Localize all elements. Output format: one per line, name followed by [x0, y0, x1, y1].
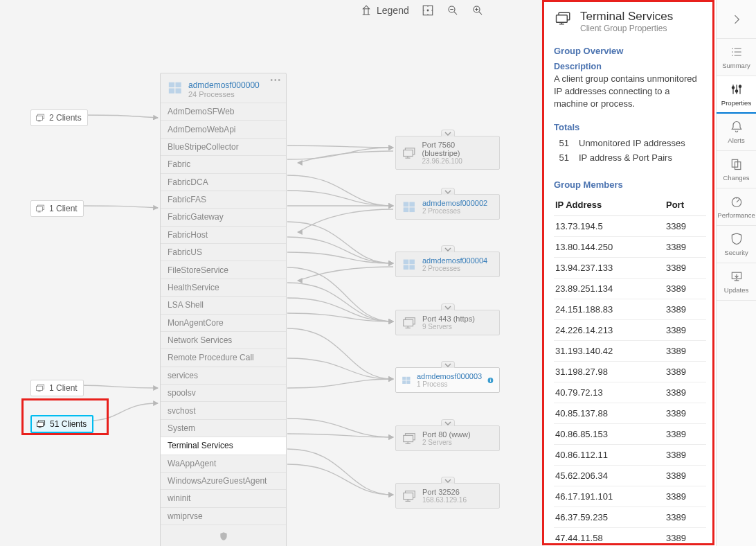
process-row[interactable]: services — [161, 367, 286, 384]
zoom-out-button[interactable] — [447, 4, 459, 17]
svg-rect-33 — [490, 380, 491, 382]
node-menu-icon[interactable]: ••• — [270, 76, 282, 84]
process-row[interactable]: spoolsv — [161, 384, 286, 401]
table-row[interactable]: 13.94.237.1333389 — [554, 257, 706, 278]
client-group-chip[interactable]: 1 Client — [30, 380, 84, 396]
nav-security[interactable]: Security — [717, 226, 756, 263]
expander-button[interactable] — [441, 419, 455, 426]
expander-button[interactable] — [441, 130, 455, 136]
process-row[interactable]: HealthService — [161, 279, 286, 296]
process-row[interactable]: Terminal Services — [161, 437, 286, 454]
table-row[interactable]: 31.193.140.423389 — [554, 340, 706, 361]
client-group-chip[interactable]: 1 Client — [30, 200, 84, 217]
svg-rect-40 — [557, 15, 568, 23]
process-row[interactable]: WindowsAzureGuestAgent — [161, 472, 286, 489]
process-row[interactable]: Remote Procedure Call — [161, 349, 286, 366]
process-row[interactable]: Network Services — [161, 331, 286, 349]
fit-button[interactable] — [422, 4, 434, 17]
server-node[interactable]: admdemosf0000031 Process — [395, 367, 500, 393]
process-row[interactable]: FabricUS — [161, 243, 286, 261]
client-chip-label: 1 Client — [49, 383, 78, 393]
table-row[interactable]: 23.89.251.1343389 — [554, 278, 706, 299]
machine-node[interactable]: ••• admdemosf000000 24 Processes AdmDemo… — [160, 73, 287, 546]
process-row[interactable]: WaAppAgent — [161, 455, 286, 472]
port-node[interactable]: Port 443 (https)9 Servers — [395, 310, 500, 335]
nav-summary[interactable]: Summary — [717, 39, 756, 76]
cell-ip: 45.62.206.34 — [554, 465, 665, 486]
info-icon[interactable] — [487, 376, 494, 385]
expander-button[interactable] — [441, 361, 455, 368]
table-row[interactable]: 31.198.27.983389 — [554, 361, 706, 382]
process-row[interactable]: FabricFAS — [161, 191, 286, 208]
nav-expand[interactable] — [717, 0, 756, 39]
table-row[interactable]: 46.17.191.1013389 — [554, 486, 706, 507]
table-row[interactable]: 46.37.59.2353389 — [554, 507, 706, 527]
process-label: MonAgentCore — [168, 318, 224, 328]
description-text: A client group contains unmonitored IP a… — [554, 73, 706, 111]
nav-label: Properties — [721, 99, 751, 107]
process-row[interactable]: LSA Shell — [161, 296, 286, 313]
peer-subtitle: 1 Process — [417, 380, 482, 388]
svg-point-42 — [735, 89, 737, 91]
server-node[interactable]: admdemosf0000042 Processes — [395, 252, 500, 277]
expander-button[interactable] — [441, 245, 455, 252]
client-group-icon — [554, 10, 573, 28]
totals-row: 51IP address & Port Pairs — [554, 152, 706, 163]
expander-button[interactable] — [441, 188, 455, 195]
client-group-chip[interactable]: 2 Clients — [30, 109, 88, 126]
table-row[interactable]: 13.73.194.53389 — [554, 215, 706, 236]
process-label: Remote Procedure Call — [168, 353, 254, 362]
port-node[interactable]: Port 7560 (bluestripe)23.96.26.100 — [395, 136, 500, 170]
process-row[interactable]: MonAgentCore — [161, 314, 286, 331]
table-row[interactable]: 13.80.144.2503389 — [554, 236, 706, 257]
table-row[interactable]: 40.79.72.133389 — [554, 382, 706, 403]
svg-rect-18 — [404, 202, 409, 206]
table-row[interactable]: 24.151.188.833389 — [554, 299, 706, 319]
process-label: svchost — [168, 406, 196, 416]
svg-rect-7 — [36, 206, 42, 211]
table-row[interactable]: 40.86.112.113389 — [554, 444, 706, 465]
col-port: Port — [665, 195, 706, 216]
process-row[interactable]: FabricHost — [161, 226, 286, 243]
nav-alerts[interactable]: Alerts — [717, 114, 756, 151]
process-row[interactable]: Fabric — [161, 155, 286, 173]
cell-port: 3389 — [665, 382, 706, 403]
nav-updates[interactable]: Updates — [717, 263, 756, 301]
table-row[interactable]: 40.86.85.1533389 — [554, 423, 706, 444]
process-row[interactable]: svchost — [161, 401, 286, 419]
table-row[interactable]: 47.44.11.583389 — [554, 527, 706, 546]
nav-performance[interactable]: Performance — [717, 188, 756, 226]
svg-rect-27 — [404, 319, 413, 326]
process-row[interactable]: wmiprvse — [161, 507, 286, 525]
table-row[interactable]: 24.226.14.2133389 — [554, 319, 706, 340]
cell-port: 3389 — [665, 215, 706, 236]
zoom-in-button[interactable] — [471, 4, 484, 17]
port-node[interactable]: Port 80 (www)2 Servers — [395, 425, 500, 451]
server-node[interactable]: admdemosf0000022 Processes — [395, 194, 500, 220]
process-row[interactable]: AdmDemoSFWeb — [161, 103, 286, 120]
totals-label: IP address & Port Pairs — [579, 152, 672, 163]
process-row[interactable]: System — [161, 419, 286, 437]
nav-changes[interactable]: Changes — [717, 151, 756, 188]
description-label: Description — [554, 62, 706, 71]
expander-button[interactable] — [441, 303, 455, 310]
process-row[interactable]: wininit — [161, 489, 286, 507]
process-row[interactable]: FabricGateway — [161, 208, 286, 225]
members-heading: Group Members — [554, 179, 706, 190]
changes-icon — [730, 157, 744, 173]
process-row[interactable]: AdmDemoWebApi — [161, 120, 286, 137]
windows-icon — [402, 200, 417, 214]
table-row[interactable]: 45.62.206.343389 — [554, 465, 706, 486]
legend-button[interactable]: Legend — [360, 4, 409, 17]
svg-rect-36 — [404, 435, 413, 441]
process-row[interactable]: BlueStripeCollector — [161, 138, 286, 155]
process-row[interactable]: FabricDCA — [161, 173, 286, 191]
process-row[interactable]: FileStoreService — [161, 261, 286, 278]
alerts-icon — [730, 120, 744, 135]
table-row[interactable]: 40.85.137.883389 — [554, 403, 706, 423]
port-node[interactable]: Port 32526168.63.129.16 — [395, 483, 500, 509]
shield-icon — [219, 531, 228, 542]
cell-ip: 40.85.137.88 — [554, 403, 665, 423]
expander-button[interactable] — [441, 477, 455, 484]
nav-properties[interactable]: Properties — [717, 76, 756, 114]
